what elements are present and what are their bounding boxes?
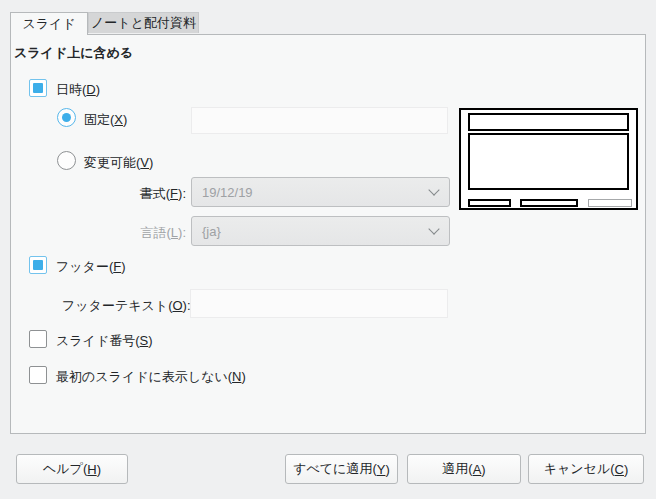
- footer-text-input[interactable]: [190, 289, 448, 318]
- fixed-radio[interactable]: [57, 108, 76, 127]
- slide-number-label: スライド番号(S): [56, 332, 153, 350]
- datetime-checkbox[interactable]: [29, 79, 47, 97]
- footer-text-label: フッターテキスト(O):: [62, 297, 191, 315]
- help-button[interactable]: ヘルプ(H): [16, 454, 128, 484]
- slide-number-checkbox[interactable]: [29, 330, 47, 348]
- header-footer-dialog: スライド ノートと配付資料 スライド上に含める 日時(D) 固定(X) 変更可能…: [0, 0, 656, 499]
- tab-notes-handouts[interactable]: ノートと配付資料: [88, 12, 199, 33]
- preview-title-area: [468, 113, 629, 131]
- slide-preview: [459, 108, 638, 210]
- format-label: 書式(F):: [96, 185, 186, 203]
- format-dropdown[interactable]: 19/12/19: [191, 177, 450, 207]
- fixed-label: 固定(X): [84, 111, 127, 129]
- apply-all-button[interactable]: すべてに適用(Y): [285, 454, 398, 484]
- preview-footer-area: [520, 199, 578, 207]
- preview-slidenumber-area: [588, 199, 632, 207]
- variable-label: 変更可能(V): [84, 154, 153, 172]
- not-first-slide-checkbox[interactable]: [29, 366, 47, 384]
- preview-content-area: [468, 133, 629, 190]
- chevron-down-icon: [428, 184, 439, 195]
- apply-button[interactable]: 適用(A): [407, 454, 521, 484]
- preview-date-area: [468, 199, 511, 207]
- fixed-date-input[interactable]: [191, 107, 448, 134]
- tab-slide[interactable]: スライド: [10, 12, 88, 35]
- footer-checkbox[interactable]: [29, 256, 47, 274]
- section-title: スライド上に含める: [14, 44, 133, 62]
- footer-label: フッター(F): [56, 258, 126, 276]
- variable-radio[interactable]: [57, 151, 76, 170]
- chevron-down-icon: [428, 223, 439, 234]
- datetime-label: 日時(D): [56, 81, 100, 99]
- language-label: 言語(L):: [96, 224, 186, 242]
- cancel-button[interactable]: キャンセル(C): [528, 454, 644, 484]
- not-first-slide-label: 最初のスライドに表示しない(N): [56, 368, 246, 386]
- language-value: {ja}: [202, 224, 221, 239]
- language-dropdown[interactable]: {ja}: [191, 216, 450, 246]
- format-value: 19/12/19: [202, 185, 253, 200]
